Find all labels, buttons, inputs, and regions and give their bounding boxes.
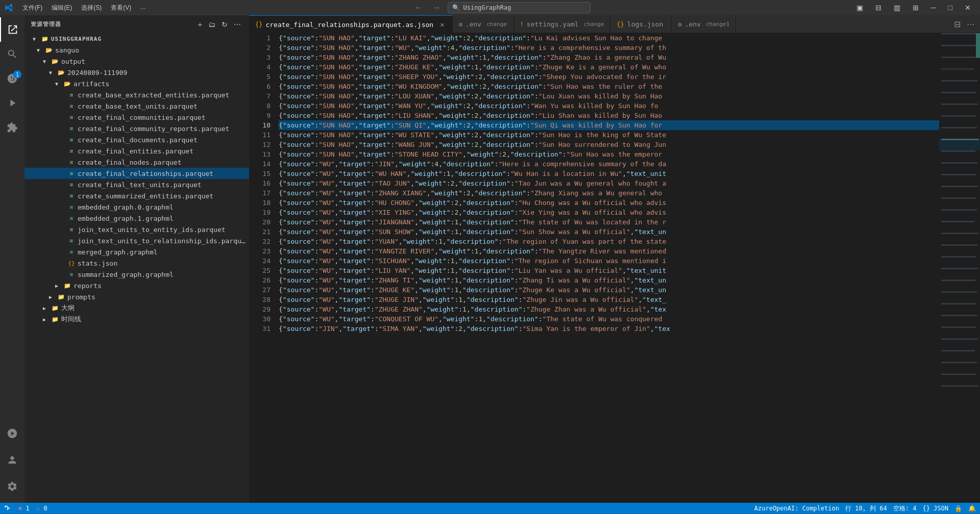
file-item-3[interactable]: ≡ create_final_communities.parquet — [24, 112, 249, 123]
tree-reports[interactable]: ▶ 📁 reports — [24, 280, 249, 291]
git-status[interactable] — [4, 505, 12, 512]
layout-grid-button[interactable]: ⊞ — [909, 3, 923, 13]
file-item-13[interactable]: ≡ join_text_units_to_entity_ids.parquet — [24, 224, 249, 235]
activity-settings[interactable] — [0, 474, 24, 499]
encoding-status[interactable]: {} JSON — [922, 505, 948, 512]
file-item-4[interactable]: ≡ create_final_community_reports.parquet — [24, 123, 249, 134]
activity-explorer[interactable] — [0, 17, 24, 42]
activity-remote[interactable] — [0, 421, 24, 446]
parquet-icon-10: ≡ — [67, 192, 76, 200]
minimize-button[interactable]: ─ — [927, 3, 940, 13]
svg-rect-26 — [941, 315, 977, 316]
file-item-16[interactable]: {} stats.json — [24, 258, 249, 269]
line-number-11: 11 — [249, 130, 271, 140]
svg-rect-10 — [941, 127, 977, 128]
menu-more[interactable]: ... — [136, 3, 150, 13]
tab-icon-main: {} — [255, 21, 262, 28]
code-line-17: {"source":"WU","target":"ZHANG XIANG","w… — [279, 188, 939, 198]
line-number-23: 23 — [249, 246, 271, 256]
errors-status[interactable]: ⊗ 1 ⚠ 0 — [18, 505, 47, 512]
activity-run[interactable] — [0, 91, 24, 115]
svg-rect-1 — [939, 139, 980, 150]
tab-close-main[interactable]: ✕ — [438, 20, 446, 29]
file-item-9[interactable]: ≡ create_final_text_units.parquet — [24, 179, 249, 190]
search-bar[interactable]: 🔍 UsingGraphRag — [448, 2, 591, 13]
tab-settings[interactable]: ! settings.yaml change — [514, 15, 611, 33]
more-tabs-button[interactable]: ⋯ — [966, 18, 976, 30]
file-item-11[interactable]: ≋ embedded_graph.0.graphml — [24, 201, 249, 213]
nav-back-button[interactable]: ← — [411, 2, 425, 13]
status-right: AzureOpenAI: Completion 行 10, 列 64 空格: 4… — [754, 504, 976, 513]
close-button[interactable]: ✕ — [961, 3, 975, 13]
collapse-all-button[interactable]: ⋯ — [232, 19, 243, 30]
file-name-15: merged_graph.graphml — [78, 248, 158, 256]
refresh-button[interactable]: ↻ — [219, 19, 230, 30]
tab-logs[interactable]: {} logs.json — [610, 15, 672, 33]
new-file-button[interactable]: + — [196, 19, 204, 30]
menu-file[interactable]: 文件(F) — [18, 3, 46, 13]
sidebar-header: 资源管理器 + 🗂 ↻ ⋯ — [24, 15, 249, 33]
folder-icon-prompts: 📁 — [57, 293, 65, 301]
ai-completion-status[interactable]: AzureOpenAI: Completion — [754, 505, 839, 512]
tree-20240809[interactable]: ▼ 📂 20240809-111909 — [24, 67, 249, 78]
code-content[interactable]: {"source":"SUN HAO","target":"LU KAI","w… — [275, 33, 939, 503]
menu-select[interactable]: 选择(S) — [77, 3, 106, 13]
spaces-status[interactable]: 空格: 4 — [893, 504, 917, 513]
file-item-12[interactable]: ≋ embedded_graph.1.graphml — [24, 213, 249, 224]
git-badge: 1 — [13, 70, 21, 79]
tree-daguo[interactable]: ▶ 📁 大纲 — [24, 302, 249, 314]
file-item-6[interactable]: ≡ create_final_entities.parquet — [24, 145, 249, 157]
code-line-28: {"source":"WU","target":"ZHUGE JIN","wei… — [279, 295, 939, 304]
code-line-18: {"source":"WU","target":"HU CHONG","weig… — [279, 198, 939, 208]
tab-main[interactable]: {} create_final_relationships.parquet.as… — [249, 15, 453, 33]
layout-panel-button[interactable]: ⊟ — [871, 3, 886, 13]
file-item-8[interactable]: ≡ create_final_relationships.parquet — [24, 168, 249, 179]
code-line-8: {"source":"SUN HAO","target":"WAN YU","w… — [279, 101, 939, 111]
tree-output[interactable]: ▼ 📂 output — [24, 56, 249, 67]
svg-rect-4 — [941, 57, 977, 58]
bell-icon[interactable]: 🔔 — [968, 505, 976, 512]
file-item-14[interactable]: ≡ join_text_units_to_relationship_ids.pa… — [24, 235, 249, 246]
new-folder-button[interactable]: 🗂 — [206, 19, 217, 30]
menu-edit[interactable]: 编辑(E) — [47, 3, 76, 13]
activity-account[interactable] — [0, 448, 24, 472]
line-number-7: 7 — [249, 91, 271, 101]
folder-icon-sanguo: 📂 — [45, 46, 53, 54]
layout-editor-button[interactable]: ▥ — [890, 3, 904, 13]
code-line-24: {"source":"WU","target":"SICHUAN","weigh… — [279, 256, 939, 266]
folder-icon-timeline: 📁 — [51, 315, 59, 323]
tree-sanguo[interactable]: ▼ 📂 sanguo — [24, 44, 249, 56]
line-col-status[interactable]: 行 10, 列 64 — [845, 504, 887, 513]
file-item-2[interactable]: ≡ create_base_text_units.parquet — [24, 100, 249, 112]
file-item-1[interactable]: ≡ create_base_extracted_entities.parquet — [24, 89, 249, 100]
tree-artifacts[interactable]: ▼ 📂 artifacts — [24, 78, 249, 89]
tree-prompts[interactable]: ▶ 📁 prompts — [24, 291, 249, 302]
parquet-icon-6: ≡ — [67, 147, 76, 155]
tree-root[interactable]: ▼ 📁 USINGGRAPHRAG — [24, 33, 249, 44]
activity-git[interactable]: 1 — [0, 66, 24, 91]
maximize-button[interactable]: □ — [944, 3, 957, 13]
menu-view[interactable]: 查看(V) — [107, 3, 135, 13]
file-item-7[interactable]: ≡ create_final_nodes.parquet — [24, 157, 249, 168]
split-editor-button[interactable]: ⊟ — [953, 18, 962, 30]
titlebar-center: ← → 🔍 UsingGraphRag — [156, 2, 846, 13]
line-number-14: 14 — [249, 159, 271, 169]
lock-icon[interactable]: 🔒 — [954, 505, 962, 512]
file-item-5[interactable]: ≡ create_final_documents.parquet — [24, 134, 249, 145]
code-line-10: {"source":"SUN HAO","target":"SUN QI","w… — [279, 120, 939, 130]
activity-search[interactable] — [0, 42, 24, 66]
nav-forward-button[interactable]: → — [429, 2, 444, 13]
tree-timeline[interactable]: ▶ 📁 时间线 — [24, 314, 249, 325]
file-item-10[interactable]: ≡ create_summarized_entities.parquet — [24, 190, 249, 201]
file-item-17[interactable]: ≋ summarized_graph.graphml — [24, 269, 249, 280]
tab-label-main: create_final_relationships.parquet.as.js… — [265, 21, 433, 29]
file-item-15[interactable]: ≋ merged_graph.graphml — [24, 246, 249, 258]
tab-env2[interactable]: ⚙ .env change1 — [672, 15, 736, 33]
file-name-11: embedded_graph.0.graphml — [78, 203, 174, 211]
tab-env[interactable]: ⚙ .env change — [453, 15, 514, 33]
svg-rect-20 — [941, 244, 977, 245]
folder-icon-daguo: 📁 — [51, 304, 59, 312]
layout-sidebar-button[interactable]: ▣ — [852, 3, 867, 13]
activity-extensions[interactable] — [0, 115, 24, 140]
line-number-25: 25 — [249, 266, 271, 275]
